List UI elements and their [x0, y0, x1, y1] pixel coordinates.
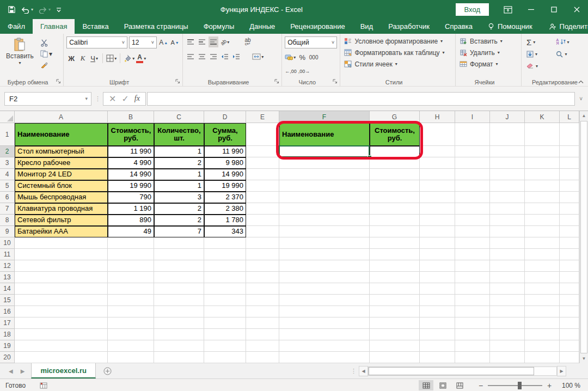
align-center-button[interactable]: [197, 51, 207, 62]
row-header-5[interactable]: 5: [0, 180, 15, 192]
italic-button[interactable]: К: [78, 53, 88, 64]
collapse-ribbon-icon[interactable]: [578, 80, 584, 84]
conditional-formatting-button[interactable]: Условное форматирование▾: [342, 35, 454, 47]
clipboard-dialog-launcher[interactable]: [56, 79, 62, 84]
underline-button[interactable]: Ч▾: [89, 53, 99, 64]
row-header-9[interactable]: 9: [0, 226, 15, 237]
maximize-button[interactable]: [542, 0, 565, 19]
fill-button[interactable]: ▾: [526, 48, 552, 59]
insert-function-icon[interactable]: fx: [134, 94, 140, 103]
row-header-4[interactable]: 4: [0, 169, 15, 180]
cell-G1[interactable]: Стоимость, руб.: [370, 123, 420, 146]
row-header-7[interactable]: 7: [0, 203, 15, 215]
column-header-J[interactable]: J: [490, 111, 525, 123]
cell-A5[interactable]: Системный блок: [15, 180, 108, 192]
column-header-E[interactable]: E: [246, 111, 279, 123]
row-header-10[interactable]: 10: [0, 237, 15, 249]
scroll-down-icon[interactable]: ▼: [580, 354, 588, 363]
minimize-button[interactable]: [519, 0, 542, 19]
cell-A9[interactable]: Батарейки AAA: [15, 226, 108, 237]
row-header-6[interactable]: 6: [0, 192, 15, 203]
cell-C8[interactable]: 2: [154, 215, 204, 226]
paste-button[interactable]: Вставить ▾: [2, 35, 38, 65]
column-header-F[interactable]: F: [279, 111, 370, 123]
scroll-right-icon[interactable]: ▶: [557, 366, 566, 376]
ribbon-tab-Файл[interactable]: Файл: [0, 19, 33, 34]
ribbon-tab-Рецензирование[interactable]: Рецензирование: [283, 19, 352, 34]
sheet-tab-active[interactable]: microexcel.ru: [31, 363, 96, 378]
row-header-18[interactable]: 18: [0, 329, 15, 340]
align-right-button[interactable]: [209, 51, 218, 62]
find-select-button[interactable]: ▾: [556, 48, 583, 59]
font-color-button[interactable]: А ▾: [136, 53, 146, 64]
fill-color-button[interactable]: ▾: [124, 53, 134, 64]
name-box-dropdown-icon[interactable]: ▾: [83, 96, 90, 101]
cell-B6[interactable]: 790: [108, 192, 154, 203]
row-header-12[interactable]: 12: [0, 260, 15, 272]
clear-button[interactable]: ▾: [526, 60, 552, 71]
column-header-I[interactable]: I: [455, 111, 490, 123]
ribbon-display-options-icon[interactable]: [497, 0, 519, 19]
cell-D3[interactable]: 9 980: [204, 157, 246, 169]
copy-button[interactable]: ▾: [40, 50, 52, 58]
decrease-decimal-button[interactable]: ,00→: [298, 66, 310, 77]
select-all-corner[interactable]: [0, 111, 15, 123]
cell-A6[interactable]: Мышь беспроводная: [15, 192, 108, 203]
font-name-select[interactable]: Calibri˅: [66, 36, 127, 48]
paste-dropdown-icon[interactable]: ▾: [19, 60, 21, 65]
increase-decimal-button[interactable]: ←,00: [285, 66, 297, 77]
accounting-format-button[interactable]: ▾: [285, 52, 296, 63]
expand-formula-bar-icon[interactable]: ˅: [575, 96, 587, 102]
zoom-in-button[interactable]: +: [547, 381, 552, 390]
cell-B1[interactable]: Стоимость, руб.: [108, 123, 154, 146]
cell-B4[interactable]: 14 990: [108, 169, 154, 180]
cell-A2[interactable]: Стол компьютерный: [15, 146, 108, 157]
undo-button[interactable]: ▾: [21, 6, 33, 14]
page-layout-view-button[interactable]: [436, 380, 450, 390]
zoom-slider-thumb[interactable]: [518, 382, 522, 389]
prev-sheet-icon[interactable]: ◀: [9, 368, 13, 374]
cut-button[interactable]: [40, 39, 52, 47]
wrap-text-button[interactable]: abc↵: [243, 36, 253, 47]
redo-button[interactable]: ▾: [38, 6, 51, 14]
macro-record-icon[interactable]: [40, 382, 47, 389]
orientation-button[interactable]: ab▾: [220, 36, 230, 47]
customize-qat-icon[interactable]: [56, 7, 62, 13]
row-header-1[interactable]: 1: [0, 123, 15, 146]
cell-G2[interactable]: [370, 146, 420, 157]
vertical-scrollbar[interactable]: ▲ ▼: [579, 111, 588, 363]
column-header-D[interactable]: D: [204, 111, 246, 123]
align-middle-button[interactable]: [197, 36, 207, 47]
scroll-left-icon[interactable]: ◀: [359, 366, 368, 376]
ribbon-tab-Разметка страницы[interactable]: Разметка страницы: [117, 19, 196, 34]
ribbon-tab-Формулы[interactable]: Формулы: [196, 19, 242, 34]
close-button[interactable]: [565, 0, 588, 19]
undo-dropdown-icon[interactable]: ▾: [31, 7, 33, 12]
cell-B2[interactable]: 11 990: [108, 146, 154, 157]
insert-cells-button[interactable]: Вставить▾: [457, 35, 519, 47]
number-format-select[interactable]: Общий˅: [285, 36, 337, 48]
row-header-2[interactable]: 2: [0, 146, 15, 157]
column-header-L[interactable]: L: [560, 111, 579, 123]
column-header-K[interactable]: K: [525, 111, 560, 123]
cell-D9[interactable]: 343: [204, 226, 246, 237]
cell-A7[interactable]: Клавиатура проводная: [15, 203, 108, 215]
fill-handle[interactable]: [367, 155, 372, 160]
cell-D6[interactable]: 2 370: [204, 192, 246, 203]
percent-style-button[interactable]: %: [297, 52, 307, 63]
cell-D5[interactable]: 19 990: [204, 180, 246, 192]
formula-input[interactable]: [147, 92, 575, 106]
name-box[interactable]: F2 ▾: [4, 92, 91, 106]
decrease-indent-button[interactable]: [220, 51, 230, 62]
ribbon-tab-Справка[interactable]: Справка: [437, 19, 480, 34]
autosum-button[interactable]: Σ▾: [526, 36, 552, 47]
row-header-20[interactable]: 20: [0, 352, 15, 363]
confirm-entry-icon[interactable]: ✓: [121, 94, 128, 104]
cell-B3[interactable]: 4 990: [108, 157, 154, 169]
copy-dropdown-icon[interactable]: ▾: [49, 50, 52, 58]
formula-bar-splitter[interactable]: ⋮: [91, 95, 103, 102]
save-icon[interactable]: [8, 5, 16, 14]
cell-D8[interactable]: 1 780: [204, 215, 246, 226]
row-header-13[interactable]: 13: [0, 272, 15, 283]
column-header-A[interactable]: A: [15, 111, 108, 123]
